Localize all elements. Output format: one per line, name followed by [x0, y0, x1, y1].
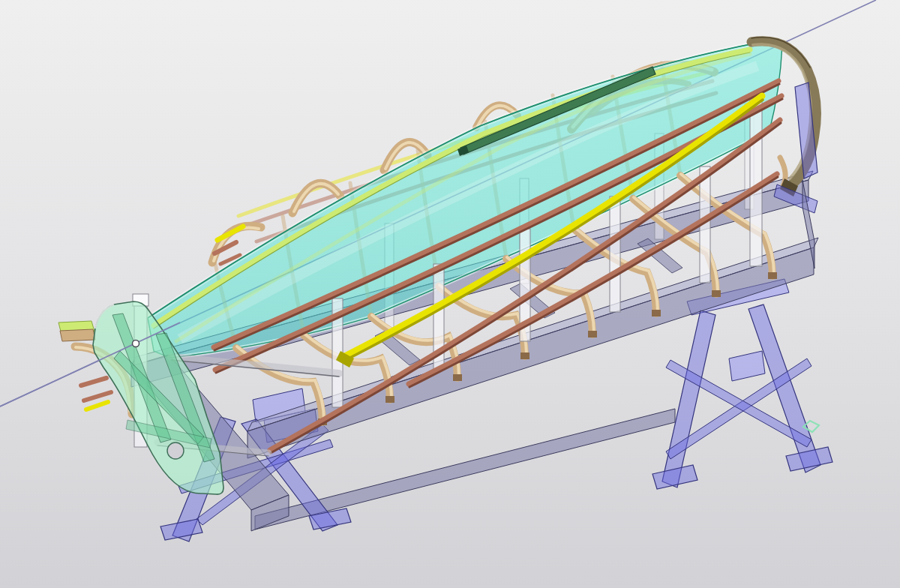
- transom-hole: [167, 442, 184, 459]
- model-canvas[interactable]: [0, 0, 900, 588]
- cad-3d-viewport[interactable]: [0, 0, 900, 588]
